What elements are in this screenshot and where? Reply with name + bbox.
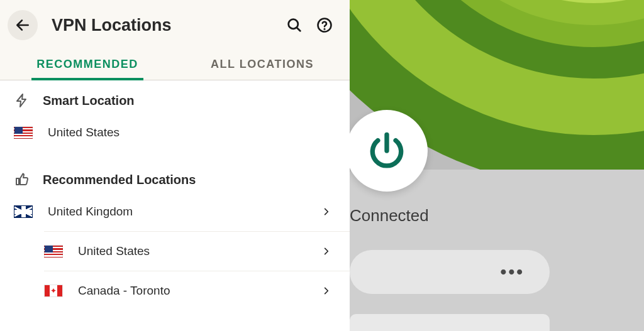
power-button[interactable]	[346, 110, 428, 192]
tabs: RECOMMENDED ALL LOCATIONS	[0, 48, 350, 80]
bottom-sheet	[350, 314, 550, 331]
flag-uk-icon	[14, 205, 33, 218]
panel-title: VPN Locations	[52, 16, 277, 35]
search-icon	[286, 16, 303, 34]
smart-location-item[interactable]: United States	[0, 113, 350, 152]
location-label: United States	[48, 126, 331, 139]
power-icon	[365, 129, 408, 172]
location-label: Canada - Toronto	[78, 284, 307, 298]
help-icon	[316, 16, 333, 34]
location-item-ca[interactable]: ✦ Canada - Toronto	[44, 271, 350, 310]
chevron-right-icon	[322, 244, 331, 258]
bolt-icon	[14, 93, 30, 108]
location-label: United States	[78, 244, 307, 258]
search-button[interactable]	[282, 13, 307, 38]
more-icon[interactable]: •••	[501, 262, 525, 282]
thumbs-up-icon	[14, 172, 30, 187]
help-button[interactable]	[312, 13, 337, 38]
tab-recommended[interactable]: RECOMMENDED	[0, 48, 175, 80]
location-item-us[interactable]: United States	[44, 231, 350, 271]
location-pill[interactable]: •••	[350, 250, 550, 294]
locations-panel: VPN Locations RECOMMENDED ALL LOCATIONS	[0, 0, 350, 331]
location-item-uk[interactable]: United Kingdom	[0, 192, 350, 231]
arrow-left-icon	[14, 17, 31, 33]
svg-point-6	[323, 28, 325, 30]
flag-us-icon	[14, 126, 33, 139]
flag-us-icon	[44, 245, 63, 258]
tab-all-locations[interactable]: ALL LOCATIONS	[175, 48, 350, 80]
location-label: United Kingdom	[48, 205, 307, 219]
flag-ca-icon: ✦	[44, 285, 63, 297]
locations-list: Smart Location United States Recommended…	[0, 80, 350, 331]
section-recommended: Recommended Locations	[0, 152, 350, 192]
chevron-right-icon	[322, 284, 331, 298]
panel-header: VPN Locations	[0, 0, 350, 48]
back-button[interactable]	[8, 10, 38, 40]
chevron-right-icon	[322, 205, 331, 219]
section-title: Recommended Locations	[43, 173, 196, 187]
section-smart-location: Smart Location	[0, 80, 350, 113]
section-title: Smart Location	[43, 94, 135, 108]
connection-status: Connected	[350, 206, 429, 225]
